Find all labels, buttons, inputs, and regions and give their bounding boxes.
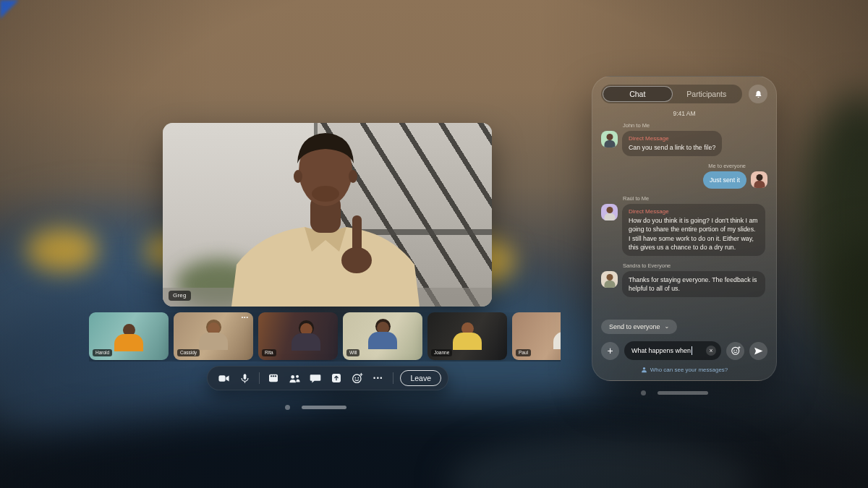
tab-chat[interactable]: Chat	[603, 86, 673, 102]
participant-tile-joanne[interactable]: Joanne	[427, 312, 507, 360]
participant-tile-cassidy[interactable]: ••• Cassidy	[174, 312, 253, 360]
more-icon: •••	[373, 374, 383, 382]
message-input[interactable]: What happens when ×	[624, 341, 721, 360]
participant-name-label: Will	[346, 349, 359, 357]
meeting-control-bar: ••• Leave	[207, 366, 448, 390]
main-speaker-tile[interactable]: Greg	[163, 123, 492, 307]
participant-video	[553, 322, 561, 349]
chat-composer: Send to everyone ⌄ + What happens when ×	[601, 319, 767, 373]
participant-video	[199, 322, 228, 350]
message-list: John to Me Direct Message Can you send a…	[601, 122, 767, 297]
recipient-selector[interactable]: Send to everyone ⌄	[601, 320, 677, 334]
message-input-value: What happens when	[631, 347, 691, 354]
camera-icon	[218, 372, 230, 385]
participants-button[interactable]	[285, 368, 305, 388]
send-icon	[754, 346, 763, 356]
message-sender-label: Sandra to Everyone	[623, 262, 767, 269]
participant-tile-paul[interactable]: Paul	[512, 312, 561, 360]
tile-more-icon[interactable]: •••	[242, 314, 249, 320]
reactions-button[interactable]	[348, 368, 367, 388]
window-drag-handle[interactable]	[302, 406, 346, 409]
participant-filmstrip[interactable]: Harold ••• Cassidy Rita Will Joanne Paul	[89, 312, 561, 361]
tab-participants[interactable]: Participants	[673, 86, 741, 102]
share-screen-icon	[331, 372, 342, 384]
participant-name-label: Paul	[516, 349, 531, 357]
message-sender-label: Raúl to Me	[623, 195, 767, 202]
message-john: John to Me Direct Message Can you send a…	[601, 122, 767, 156]
window-close-icon[interactable]	[285, 405, 290, 410]
reactions-icon	[352, 372, 363, 384]
chat-button[interactable]	[306, 368, 326, 388]
message-text: Just sent it	[710, 176, 740, 184]
participant-video	[292, 323, 320, 351]
chat-tab-row: Chat Participants	[601, 85, 767, 103]
speaker-video	[163, 123, 492, 307]
participant-tile-harold[interactable]: Harold	[89, 312, 169, 360]
avatar-john	[601, 131, 618, 147]
message-text: Thanks for staying everyone. The feedbac…	[629, 275, 759, 293]
microphone-button[interactable]	[235, 368, 255, 388]
message-me: Me to everyone Just sent it	[601, 163, 767, 189]
control-bar-divider	[259, 372, 260, 384]
layout-icon	[268, 372, 279, 384]
leave-button[interactable]: Leave	[400, 370, 441, 386]
person-icon	[641, 367, 647, 373]
avatar-me	[751, 171, 767, 188]
message-sender-label: John to Me	[623, 122, 767, 129]
speaker-name-label: Greg	[169, 291, 191, 301]
share-screen-button[interactable]	[327, 368, 346, 388]
clear-input-button[interactable]: ×	[706, 346, 716, 356]
participant-video	[114, 324, 143, 351]
participant-video	[453, 322, 482, 350]
message-bubble: Just sent it	[703, 171, 746, 189]
message-sandra: Sandra to Everyone Thanks for staying ev…	[601, 262, 767, 297]
emoji-icon	[731, 346, 741, 356]
participant-name-label: Joanne	[431, 349, 452, 357]
privacy-hint-text: Who can see your messages?	[650, 367, 728, 373]
chat-window-controls	[641, 390, 708, 395]
participant-tile-rita[interactable]: Rita	[258, 312, 338, 360]
control-bar-divider	[393, 372, 393, 384]
message-sender-label: Me to everyone	[601, 163, 746, 169]
participant-name-label: Harold	[93, 349, 112, 357]
attach-button[interactable]: +	[601, 342, 619, 360]
message-raul: Raúl to Me Direct Message How do you thi…	[601, 195, 767, 256]
send-button[interactable]	[749, 342, 767, 360]
participant-tile-will[interactable]: Will	[343, 312, 422, 360]
message-bubble: Direct Message Can you send a link to th…	[622, 131, 722, 156]
direct-message-badge: Direct Message	[629, 208, 759, 215]
avatar-raul	[601, 204, 618, 221]
vision-meeting-screen: Greg Harold ••• Cassidy Rita Will Joanne…	[0, 0, 868, 488]
message-text: How do you think it is going? I don't th…	[629, 216, 759, 252]
microphone-icon	[239, 372, 250, 385]
message-bubble: Thanks for staying everyone. The feedbac…	[622, 271, 765, 297]
privacy-hint[interactable]: Who can see your messages?	[601, 367, 767, 373]
recipient-label: Send to everyone	[609, 323, 660, 330]
text-caret	[692, 346, 692, 355]
bell-icon	[754, 90, 763, 99]
participant-video	[368, 322, 397, 349]
composer-input-row: + What happens when ×	[601, 341, 767, 360]
message-bubble: Direct Message How do you think it is go…	[622, 204, 765, 256]
tab-switcher: Chat Participants	[601, 85, 742, 103]
window-close-icon[interactable]	[641, 390, 646, 395]
message-text: Can you send a link to the file?	[629, 143, 715, 152]
participant-name-label: Rita	[262, 349, 276, 357]
participants-icon	[289, 373, 301, 384]
camera-button[interactable]	[214, 368, 234, 388]
plus-icon: +	[607, 345, 613, 356]
layout-button[interactable]	[264, 368, 284, 388]
close-icon: ×	[710, 348, 713, 354]
emoji-button[interactable]	[726, 342, 744, 360]
chat-icon	[310, 373, 321, 384]
main-window-controls	[285, 405, 346, 410]
window-drag-handle[interactable]	[658, 391, 708, 395]
notifications-button[interactable]	[749, 85, 767, 103]
chat-panel: Chat Participants 9:41 AM John to Me Dir…	[592, 76, 777, 381]
chat-timestamp: 9:41 AM	[601, 110, 767, 117]
more-options-button[interactable]: •••	[369, 368, 388, 388]
avatar-sandra	[601, 271, 618, 288]
participant-name-label: Cassidy	[177, 349, 200, 357]
direct-message-badge: Direct Message	[629, 135, 715, 142]
